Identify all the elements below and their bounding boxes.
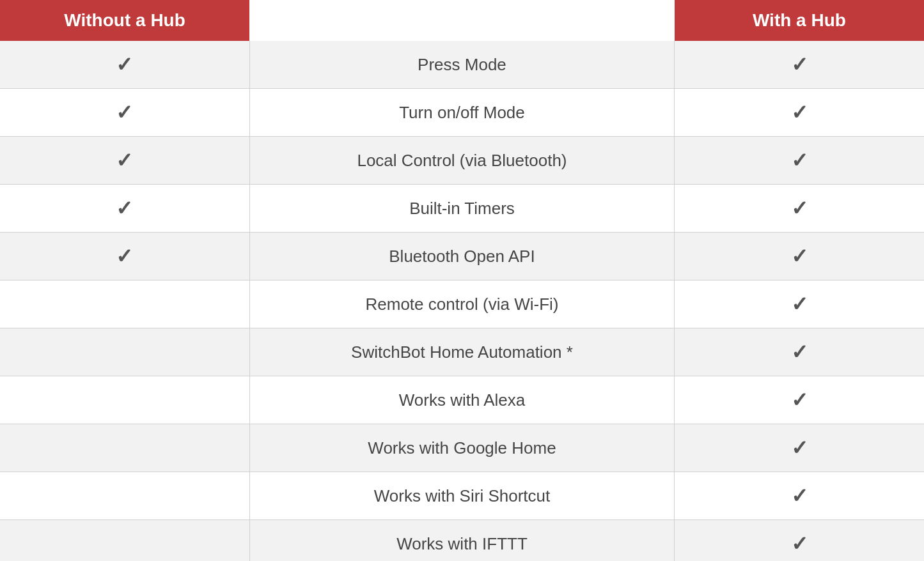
table-row: Works with IFTTT✓	[0, 520, 924, 562]
checkmark-icon: ✓	[116, 148, 133, 173]
checkmark-icon: ✓	[791, 340, 808, 364]
without-hub-cell	[0, 424, 249, 472]
comparison-table: Without a Hub With a Hub ✓Press Mode✓✓Tu…	[0, 0, 924, 561]
without-hub-header: Without a Hub	[0, 0, 249, 41]
table-row: ✓Built-in Timers✓	[0, 185, 924, 233]
with-hub-cell: ✓	[675, 185, 924, 233]
table-row: ✓Local Control (via Bluetooth)✓	[0, 137, 924, 185]
checkmark-icon: ✓	[791, 100, 808, 125]
with-hub-cell: ✓	[675, 280, 924, 328]
without-hub-cell: ✓	[0, 89, 249, 137]
checkmark-icon: ✓	[791, 52, 808, 77]
with-hub-cell: ✓	[675, 137, 924, 185]
checkmark-icon: ✓	[116, 244, 133, 268]
without-hub-cell	[0, 376, 249, 424]
with-hub-cell: ✓	[675, 233, 924, 280]
without-hub-cell	[0, 520, 249, 562]
feature-cell: Turn on/off Mode	[249, 89, 675, 137]
feature-cell: Works with Google Home	[249, 424, 675, 472]
checkmark-icon: ✓	[791, 148, 808, 173]
table-row: Works with Alexa✓	[0, 376, 924, 424]
feature-cell: Works with IFTTT	[249, 520, 675, 562]
without-hub-cell	[0, 328, 249, 376]
without-hub-cell	[0, 280, 249, 328]
table-row: SwitchBot Home Automation *✓	[0, 328, 924, 376]
with-hub-cell: ✓	[675, 424, 924, 472]
checkmark-icon: ✓	[116, 196, 133, 220]
table-row: Works with Google Home✓	[0, 424, 924, 472]
feature-cell: Works with Alexa	[249, 376, 675, 424]
feature-header	[249, 0, 675, 41]
checkmark-icon: ✓	[791, 436, 808, 460]
table-row: ✓Press Mode✓	[0, 41, 924, 89]
with-hub-cell: ✓	[675, 376, 924, 424]
checkmark-icon: ✓	[791, 244, 808, 268]
feature-cell: Local Control (via Bluetooth)	[249, 137, 675, 185]
with-hub-cell: ✓	[675, 520, 924, 562]
checkmark-icon: ✓	[791, 292, 808, 316]
table-row: ✓Bluetooth Open API✓	[0, 233, 924, 280]
without-hub-cell: ✓	[0, 137, 249, 185]
table-row: Works with Siri Shortcut✓	[0, 472, 924, 520]
with-hub-cell: ✓	[675, 41, 924, 89]
feature-cell: SwitchBot Home Automation *	[249, 328, 675, 376]
feature-cell: Press Mode	[249, 41, 675, 89]
without-hub-cell: ✓	[0, 233, 249, 280]
with-hub-header: With a Hub	[675, 0, 924, 41]
checkmark-icon: ✓	[791, 484, 808, 508]
checkmark-icon: ✓	[116, 100, 133, 125]
without-hub-cell	[0, 472, 249, 520]
table-row: ✓Turn on/off Mode✓	[0, 89, 924, 137]
feature-cell: Works with Siri Shortcut	[249, 472, 675, 520]
checkmark-icon: ✓	[791, 532, 808, 556]
checkmark-icon: ✓	[791, 388, 808, 412]
feature-cell: Bluetooth Open API	[249, 233, 675, 280]
checkmark-icon: ✓	[791, 196, 808, 220]
with-hub-cell: ✓	[675, 328, 924, 376]
feature-cell: Built-in Timers	[249, 185, 675, 233]
checkmark-icon: ✓	[116, 52, 133, 77]
table-row: Remote control (via Wi-Fi)✓	[0, 280, 924, 328]
without-hub-cell: ✓	[0, 185, 249, 233]
with-hub-cell: ✓	[675, 472, 924, 520]
without-hub-cell: ✓	[0, 41, 249, 89]
with-hub-cell: ✓	[675, 89, 924, 137]
feature-cell: Remote control (via Wi-Fi)	[249, 280, 675, 328]
